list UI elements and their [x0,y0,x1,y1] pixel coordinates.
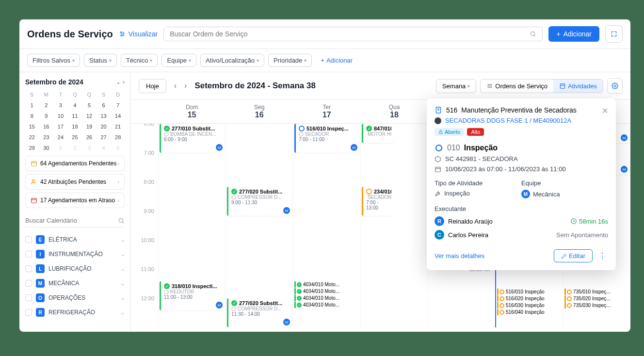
priority-badge-high: Alto [467,128,484,136]
event-mini[interactable]: 516/030 Inspeção [497,302,562,308]
cube-icon [164,290,169,294]
event-mini[interactable]: 516/040 Inspeção [497,309,562,315]
day-column-qua[interactable]: ✓847/010 Ve... MOTOR HO... 234/010 Se...… [360,124,428,327]
details-link[interactable]: Ver mais detalhes [435,252,484,259]
executor-no-time: Sem Apontamento [556,231,608,239]
chevron-down-icon[interactable]: ⌄ [116,79,121,85]
edit-button[interactable]: Editar [554,249,593,262]
event-mini[interactable]: 516/010 Inspeção [497,289,562,295]
svg-point-4 [123,33,124,34]
filter-team[interactable]: Equipe▾ [161,54,196,67]
calendar-search-input[interactable] [25,217,118,224]
event-mini[interactable]: ✓4034/010 Moto... [294,295,359,301]
chevron-right-icon[interactable]: › [123,79,125,85]
day-header-dom[interactable]: Dom15 [158,100,225,123]
team-item-lubrificacao[interactable]: LLUBRIFICAÇÃO⌄ [25,261,125,276]
event-mini[interactable]: 516/020 Inspeção [497,295,562,302]
team-badge: E [36,235,45,244]
expand-icon [611,31,617,37]
event-mini[interactable]: 735/020 Inspeç... [564,295,629,302]
event-mini[interactable]: 735/030 Inspeç... [564,302,629,308]
tab-activities[interactable]: Atividades [553,80,603,93]
day-column-ter[interactable]: 516/010 Inspeç... SECADOR 7:00 - 11:00 M… [293,124,360,327]
event-card[interactable]: ✓277/010 Substit... BOMBA DE INCÊN... 6:… [160,124,225,153]
svg-point-6 [531,32,535,35]
view-select[interactable]: Semana▾ [436,79,476,93]
chevron-down-icon: ▾ [189,58,191,63]
chevron-down-icon: ▾ [150,58,152,63]
prev-week-button[interactable]: ‹ [172,80,178,92]
check-icon: ✓ [366,126,372,131]
day-column-dom[interactable]: ✓277/010 Substit... BOMBA DE INCÊN... 6:… [158,124,225,327]
event-card[interactable]: 234/010 Se... SECADORE... 7:00 - 13:00 [362,187,394,216]
event-mini[interactable]: ✓4034/010 Moto... [294,302,359,308]
checkbox[interactable] [25,236,32,243]
filter-priority[interactable]: Prioridade▾ [268,54,312,67]
day-header-ter[interactable]: Ter17 [293,100,360,123]
team-item-refrigeracao[interactable]: RREFRIGERAÇÃO⌄ [25,305,125,320]
close-button[interactable]: ✕ [602,106,608,115]
checkbox[interactable] [25,280,32,287]
chevron-down-icon: ▾ [72,58,75,63]
check-icon: ✓ [164,283,170,289]
event-card[interactable]: ✓847/010 Ve... MOTOR HO... [362,124,394,143]
event-card[interactable]: ✓277/020 Substit... COMPRESSOR D... 11:3… [227,298,292,327]
mini-calendar-header: Setembro de 2024 ⌄ › [25,78,125,86]
more-button[interactable]: ⋮ [596,249,608,262]
checkbox[interactable] [25,265,32,272]
event-mini[interactable]: ✓4034/010 Moto... [294,288,359,294]
expand-button[interactable] [605,25,623,43]
event-mini[interactable]: ✓4034/010 Moto... [294,281,359,288]
header: Ordens de Serviço Visualizar + Adicionar [19,19,630,49]
calendar-search[interactable] [25,214,125,227]
event-mini[interactable]: 735/010 Inspeç... [564,289,629,295]
overdue-schedules-item[interactable]: 17 Agendamentos em Atraso › [25,193,125,208]
pending-icon [567,290,572,294]
checkbox[interactable] [25,309,32,316]
day-header-qua[interactable]: Qua18 [360,100,428,123]
filter-bar: Filtros Salvos▾ Status▾ Técnico▾ Equipe▾… [19,49,630,72]
event-card[interactable]: ✓277/020 Substit... COMPRESSOR D... 9:00… [227,187,292,216]
visualize-button[interactable]: Visualizar [119,30,158,38]
search-input[interactable] [170,30,530,38]
day-column-seg[interactable]: ✓277/020 Substit... COMPRESSOR D... 9:00… [225,124,293,327]
filter-saved[interactable]: Filtros Salvos▾ [27,54,80,67]
team-item-operacoes[interactable]: OOPERAÇÕES⌄ [25,291,125,305]
avatar: C [435,230,444,240]
tab-group: Ordens de Serviço Atividades [480,79,603,93]
asset-label: SC 442981 - SECADORA [445,155,518,162]
settings-button[interactable] [607,78,623,94]
time-labels: 6:00 7:00 8:00 9:00 10:00 11:00 12:00 [131,124,158,327]
team-badge-icon: M [521,190,530,198]
pending-schedules-item[interactable]: 64 Agendamentos Pendentes › [25,156,125,171]
cube-icon [435,156,441,162]
main: Setembro de 2024 ⌄ › S M T Q Q S D 12345… [19,72,630,331]
mini-cal-day[interactable]: 1 [25,100,39,110]
tab-orders[interactable]: Ordens de Serviço [481,80,553,93]
next-week-button[interactable]: › [182,80,189,92]
team-item-mecanica[interactable]: MMECÂNICA⌄ [25,276,125,291]
filter-tech[interactable]: Técnico▾ [121,54,158,67]
team-item-instrumentacao[interactable]: IINSTRUMENTAÇÃO⌄ [25,247,125,261]
checkbox[interactable] [25,294,32,301]
chevron-down-icon: ⌄ [121,252,125,257]
add-button[interactable]: + Adicionar [548,26,599,42]
svg-rect-11 [32,198,37,203]
event-card[interactable]: 516/010 Inspeç... SECADOR 7:00 - 11:00 M [294,124,359,153]
filter-asset[interactable]: Ativo/Localização▾ [200,54,264,67]
open-status-icon [435,144,443,152]
event-card[interactable]: ✓318/010 Inspecti... REDUTOR 11:00 - 13:… [160,281,225,310]
filter-status[interactable]: Status▾ [84,54,117,67]
team-item-eletrica[interactable]: EELÉTRICA⌄ [25,232,125,247]
pending-schedules-label: 64 Agendamentos Pendentes [40,160,116,167]
add-filter-button[interactable]: +Adicionar [316,54,357,66]
week-label: Setembro de 2024 - Semana 38 [194,81,315,91]
search-box[interactable] [163,27,543,41]
today-button[interactable]: Hoje [139,79,166,93]
location-link[interactable]: SECADORAS DDGS FASE 1 / ME4090012A [445,117,571,124]
mini-calendar-grid: S M T Q Q S D 1234567 891011121314 15161… [25,90,125,153]
checkbox[interactable] [25,251,32,258]
check-icon: ✓ [297,282,302,287]
day-header-seg[interactable]: Seg16 [225,100,293,123]
pending-assignments-item[interactable]: 42 Atribuições Pendentes › [25,174,125,190]
